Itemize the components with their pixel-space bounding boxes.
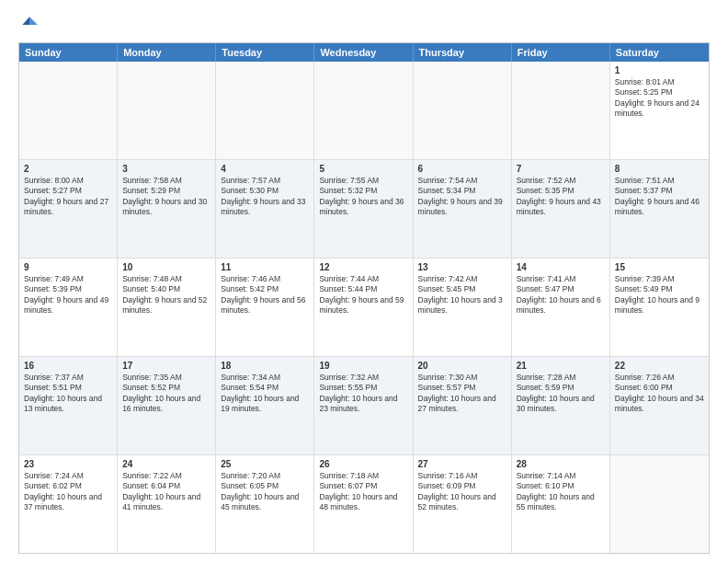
cal-cell-r0-c3 [314,62,413,159]
cal-cell-r0-c4 [414,62,512,159]
calendar: Sunday Monday Tuesday Wednesday Thursday… [18,42,710,554]
cell-info: Sunrise: 7:35 AM Sunset: 5:52 PM Dayligh… [122,373,210,415]
header-saturday: Saturday [610,43,709,62]
calendar-body: 1Sunrise: 8:01 AM Sunset: 5:25 PM Daylig… [19,62,709,553]
day-number: 12 [319,261,407,273]
day-number: 28 [517,458,605,470]
cal-cell-r3-c3: 19Sunrise: 7:32 AM Sunset: 5:55 PM Dayli… [314,357,413,454]
header-wednesday: Wednesday [314,43,413,62]
cal-cell-r1-c5: 7Sunrise: 7:52 AM Sunset: 5:35 PM Daylig… [512,160,610,258]
calendar-header: Sunday Monday Tuesday Wednesday Thursday… [19,43,709,62]
day-number: 26 [319,458,407,470]
day-number: 11 [221,261,309,273]
cell-info: Sunrise: 7:48 AM Sunset: 5:40 PM Dayligh… [122,274,210,316]
day-number: 3 [122,163,210,175]
cal-cell-r0-c5 [512,62,610,159]
day-number: 10 [122,261,210,273]
cal-cell-r2-c3: 12Sunrise: 7:44 AM Sunset: 5:44 PM Dayli… [314,259,413,356]
cal-cell-r2-c5: 14Sunrise: 7:41 AM Sunset: 5:47 PM Dayli… [512,259,610,356]
calendar-row-3: 9Sunrise: 7:49 AM Sunset: 5:39 PM Daylig… [19,259,709,357]
day-number: 23 [24,458,112,470]
page: Sunday Monday Tuesday Wednesday Thursday… [0,0,728,563]
calendar-row-5: 23Sunrise: 7:24 AM Sunset: 6:02 PM Dayli… [19,455,709,553]
cal-cell-r4-c6 [610,455,709,553]
cal-cell-r1-c1: 3Sunrise: 7:58 AM Sunset: 5:29 PM Daylig… [118,160,216,258]
day-number: 9 [24,261,112,273]
cell-info: Sunrise: 7:57 AM Sunset: 5:30 PM Dayligh… [221,176,309,218]
cell-info: Sunrise: 7:46 AM Sunset: 5:42 PM Dayligh… [221,274,309,316]
cal-cell-r3-c5: 21Sunrise: 7:28 AM Sunset: 5:59 PM Dayli… [512,357,610,454]
cal-cell-r2-c6: 15Sunrise: 7:39 AM Sunset: 5:49 PM Dayli… [610,259,709,356]
cal-cell-r4-c1: 24Sunrise: 7:22 AM Sunset: 6:04 PM Dayli… [118,455,216,553]
day-number: 15 [615,261,704,273]
day-number: 6 [418,163,506,175]
header-monday: Monday [118,43,216,62]
day-number: 27 [418,458,506,470]
cell-info: Sunrise: 7:49 AM Sunset: 5:39 PM Dayligh… [24,274,112,316]
day-number: 2 [24,163,112,175]
day-number: 5 [319,163,407,175]
cell-info: Sunrise: 7:41 AM Sunset: 5:47 PM Dayligh… [517,274,605,316]
cell-info: Sunrise: 7:54 AM Sunset: 5:34 PM Dayligh… [418,176,506,218]
cell-info: Sunrise: 7:58 AM Sunset: 5:29 PM Dayligh… [122,176,210,218]
day-number: 17 [122,360,210,372]
cal-cell-r2-c2: 11Sunrise: 7:46 AM Sunset: 5:42 PM Dayli… [216,259,314,356]
day-number: 4 [221,163,309,175]
cell-info: Sunrise: 7:30 AM Sunset: 5:57 PM Dayligh… [418,373,506,415]
day-number: 22 [615,360,704,372]
cal-cell-r3-c0: 16Sunrise: 7:37 AM Sunset: 5:51 PM Dayli… [19,357,118,454]
cal-cell-r1-c2: 4Sunrise: 7:57 AM Sunset: 5:30 PM Daylig… [216,160,314,258]
day-number: 16 [24,360,112,372]
cal-cell-r1-c3: 5Sunrise: 7:55 AM Sunset: 5:32 PM Daylig… [314,160,413,258]
cal-cell-r3-c2: 18Sunrise: 7:34 AM Sunset: 5:54 PM Dayli… [216,357,314,454]
cell-info: Sunrise: 7:16 AM Sunset: 6:09 PM Dayligh… [418,471,506,513]
cell-info: Sunrise: 7:39 AM Sunset: 5:49 PM Dayligh… [615,274,704,316]
day-number: 1 [615,64,704,76]
cell-info: Sunrise: 7:22 AM Sunset: 6:04 PM Dayligh… [122,471,210,513]
cal-cell-r2-c4: 13Sunrise: 7:42 AM Sunset: 5:45 PM Dayli… [414,259,512,356]
cell-info: Sunrise: 7:32 AM Sunset: 5:55 PM Dayligh… [319,373,407,415]
cell-info: Sunrise: 7:51 AM Sunset: 5:37 PM Dayligh… [615,176,704,218]
day-number: 24 [122,458,210,470]
cal-cell-r0-c0 [19,62,118,159]
cal-cell-r1-c4: 6Sunrise: 7:54 AM Sunset: 5:34 PM Daylig… [414,160,512,258]
logo [18,15,40,35]
cell-info: Sunrise: 7:44 AM Sunset: 5:44 PM Dayligh… [319,274,407,316]
logo-icon [18,15,39,35]
calendar-row-4: 16Sunrise: 7:37 AM Sunset: 5:51 PM Dayli… [19,357,709,455]
header-sunday: Sunday [19,43,118,62]
day-number: 25 [221,458,309,470]
cell-info: Sunrise: 7:28 AM Sunset: 5:59 PM Dayligh… [517,373,605,415]
day-number: 18 [221,360,309,372]
cal-cell-r0-c1 [118,62,216,159]
cell-info: Sunrise: 7:26 AM Sunset: 6:00 PM Dayligh… [615,373,704,415]
cell-info: Sunrise: 8:00 AM Sunset: 5:27 PM Dayligh… [24,176,112,218]
cal-cell-r1-c0: 2Sunrise: 8:00 AM Sunset: 5:27 PM Daylig… [19,160,118,258]
svg-marker-1 [22,17,29,25]
header-tuesday: Tuesday [216,43,314,62]
cal-cell-r4-c3: 26Sunrise: 7:18 AM Sunset: 6:07 PM Dayli… [314,455,413,553]
cal-cell-r2-c0: 9Sunrise: 7:49 AM Sunset: 5:39 PM Daylig… [19,259,118,356]
cal-cell-r3-c6: 22Sunrise: 7:26 AM Sunset: 6:00 PM Dayli… [610,357,709,454]
cal-cell-r3-c1: 17Sunrise: 7:35 AM Sunset: 5:52 PM Dayli… [118,357,216,454]
cell-info: Sunrise: 7:37 AM Sunset: 5:51 PM Dayligh… [24,373,112,415]
cell-info: Sunrise: 7:18 AM Sunset: 6:07 PM Dayligh… [319,471,407,513]
cal-cell-r2-c1: 10Sunrise: 7:48 AM Sunset: 5:40 PM Dayli… [118,259,216,356]
header-thursday: Thursday [414,43,512,62]
cal-cell-r0-c2 [216,62,314,159]
day-number: 21 [517,360,605,372]
cal-cell-r3-c4: 20Sunrise: 7:30 AM Sunset: 5:57 PM Dayli… [414,357,512,454]
calendar-row-2: 2Sunrise: 8:00 AM Sunset: 5:27 PM Daylig… [19,160,709,259]
cal-cell-r0-c6: 1Sunrise: 8:01 AM Sunset: 5:25 PM Daylig… [610,62,709,159]
cal-cell-r4-c5: 28Sunrise: 7:14 AM Sunset: 6:10 PM Dayli… [512,455,610,553]
day-number: 14 [517,261,605,273]
cal-cell-r4-c0: 23Sunrise: 7:24 AM Sunset: 6:02 PM Dayli… [19,455,118,553]
cell-info: Sunrise: 7:34 AM Sunset: 5:54 PM Dayligh… [221,373,309,415]
day-number: 19 [319,360,407,372]
cell-info: Sunrise: 7:14 AM Sunset: 6:10 PM Dayligh… [517,471,605,513]
day-number: 13 [418,261,506,273]
day-number: 20 [418,360,506,372]
cal-cell-r4-c4: 27Sunrise: 7:16 AM Sunset: 6:09 PM Dayli… [414,455,512,553]
cell-info: Sunrise: 7:55 AM Sunset: 5:32 PM Dayligh… [319,176,407,218]
cell-info: Sunrise: 7:20 AM Sunset: 6:05 PM Dayligh… [221,471,309,513]
